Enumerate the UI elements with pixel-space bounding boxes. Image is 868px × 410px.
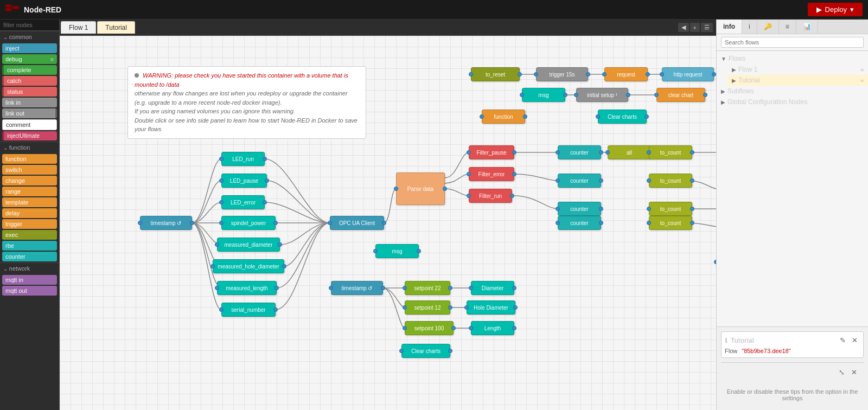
inject-ultimate-node[interactable]: injectUltimate bbox=[2, 131, 57, 140]
node-counter2[interactable]: counter bbox=[558, 174, 601, 188]
node-initial_setup[interactable]: initial setup ¹ bbox=[576, 88, 628, 102]
node-LED_error[interactable]: LED_error bbox=[221, 195, 265, 209]
tab-info[interactable]: info bbox=[717, 20, 742, 34]
rbe-node[interactable]: rbe bbox=[2, 241, 57, 251]
node-Filter_run[interactable]: Filter_run bbox=[469, 189, 512, 203]
switch-node[interactable]: switch bbox=[2, 165, 57, 175]
node-measured_hole_diameter[interactable]: measured_hole_diameter bbox=[213, 259, 284, 273]
port-output bbox=[512, 150, 516, 155]
node-counter3[interactable]: counter bbox=[558, 202, 601, 216]
node-Length[interactable]: Length bbox=[471, 321, 514, 335]
status-node[interactable]: status bbox=[2, 87, 57, 97]
global-config-section[interactable]: ▶ Global Configuration Nodes bbox=[717, 97, 868, 107]
node-setpoint100[interactable]: setpoint 100 bbox=[405, 321, 454, 335]
prev-tab-button[interactable]: ◀ bbox=[678, 23, 689, 32]
port-output bbox=[644, 114, 649, 119]
port-output bbox=[690, 150, 694, 155]
node-clear_charts1[interactable]: Clear charts bbox=[598, 110, 647, 124]
port-input bbox=[467, 172, 471, 176]
menu-tab-button[interactable]: ☰ bbox=[701, 23, 713, 32]
deploy-button[interactable]: ▶ Deploy ▾ bbox=[808, 3, 863, 16]
port-output bbox=[382, 221, 386, 225]
port-input bbox=[328, 221, 332, 225]
close-tips-button[interactable]: ✕ bbox=[849, 367, 859, 377]
subflows-section[interactable]: ▶ Subflows bbox=[717, 86, 868, 97]
search-flows-input[interactable] bbox=[721, 37, 864, 48]
port-input bbox=[647, 178, 651, 183]
range-node[interactable]: range bbox=[2, 187, 57, 196]
node-spindel_power[interactable]: spindel_power bbox=[221, 216, 276, 230]
node-setpoint22[interactable]: setpoint 22 bbox=[405, 281, 450, 295]
exec-node[interactable]: exec bbox=[2, 230, 57, 240]
counter-node[interactable]: counter bbox=[2, 252, 57, 261]
delay-node[interactable]: delay bbox=[2, 208, 57, 218]
flow1-item[interactable]: ▶ Flow 1 ○ bbox=[727, 64, 868, 75]
port-input bbox=[556, 221, 560, 225]
node-to_count3[interactable]: to_count bbox=[649, 202, 692, 216]
node-all1[interactable]: all bbox=[608, 145, 651, 159]
node-clear_chart[interactable]: clear chart bbox=[656, 88, 705, 102]
debug-node[interactable]: debug≡ bbox=[2, 54, 57, 64]
tab-i[interactable]: i bbox=[742, 20, 757, 34]
catch-node[interactable]: catch bbox=[2, 76, 57, 86]
template-node[interactable]: template bbox=[2, 197, 57, 207]
node-Diameter[interactable]: Diameter bbox=[471, 281, 514, 295]
node-to_count2[interactable]: to_count bbox=[649, 174, 692, 188]
tab-chart[interactable]: 📊 bbox=[796, 20, 818, 34]
link-out-node[interactable]: link out bbox=[2, 108, 57, 118]
node-trigger15s[interactable]: trigger 15s bbox=[536, 67, 588, 81]
node-msg1[interactable]: msg bbox=[522, 88, 565, 102]
info-panel-bottom: ℹ Tutorial ✎ ✕ Flow "85b9be73.dee18" ⤡ ✕ bbox=[717, 326, 868, 410]
link-in-node[interactable]: link in bbox=[2, 98, 57, 107]
node-LED_pause[interactable]: LED_pause bbox=[221, 174, 267, 188]
node-msg2[interactable]: msg bbox=[375, 244, 419, 258]
node-Filter_error[interactable]: Filter_error bbox=[469, 167, 514, 181]
node-serial_number[interactable]: serial_number bbox=[221, 303, 276, 317]
change-node[interactable]: change bbox=[2, 176, 57, 185]
inject-node[interactable]: inject bbox=[2, 43, 57, 53]
mqtt-out-node[interactable]: mqtt out bbox=[2, 286, 57, 296]
filter-nodes-input[interactable] bbox=[0, 20, 59, 31]
node-to_count1[interactable]: to_count bbox=[649, 145, 692, 159]
node-timestamp2[interactable]: timestamp ↺ bbox=[331, 281, 383, 295]
node-function1[interactable]: function bbox=[482, 110, 525, 124]
function-node[interactable]: function bbox=[2, 154, 57, 164]
comment-node[interactable]: comment bbox=[2, 119, 57, 130]
node-measured_diameter[interactable]: measured_diameter bbox=[217, 238, 280, 252]
tab-key[interactable]: 🔑 bbox=[757, 20, 779, 34]
flows-section[interactable]: ▼ Flows bbox=[717, 53, 868, 64]
node-to_reset[interactable]: to_reset bbox=[471, 67, 520, 81]
node-clear_charts2[interactable]: Clear charts bbox=[401, 344, 450, 358]
node-counter4[interactable]: counter bbox=[558, 216, 601, 230]
port-output bbox=[282, 264, 286, 268]
tutorial-item[interactable]: ▶ Tutorial ○ bbox=[727, 75, 868, 86]
node-request[interactable]: request bbox=[604, 67, 648, 81]
tab-list[interactable]: ≡ bbox=[779, 20, 796, 34]
resize-tips-button[interactable]: ⤡ bbox=[837, 367, 847, 377]
node-LED_run[interactable]: LED_run bbox=[221, 152, 265, 166]
node-setpoint12[interactable]: setpoint 12 bbox=[405, 300, 450, 315]
port-output bbox=[263, 157, 267, 161]
node-parse_data[interactable]: Parse data bbox=[396, 172, 445, 205]
node-Filter_pause[interactable]: Filter_pause bbox=[469, 145, 514, 159]
tab-tutorial[interactable]: Tutorial bbox=[97, 21, 135, 34]
edit-info-button[interactable]: ✎ bbox=[838, 335, 848, 345]
node-to_count4[interactable]: to_count bbox=[649, 216, 692, 230]
port-input bbox=[210, 264, 215, 268]
complete-node[interactable]: complete bbox=[2, 65, 57, 75]
close-info-button[interactable]: ✕ bbox=[850, 335, 860, 345]
node-http_request[interactable]: http request bbox=[662, 67, 714, 81]
node-timestamp1[interactable]: timestamp ↺ bbox=[140, 216, 192, 230]
mqtt-in-node[interactable]: mqtt in bbox=[2, 275, 57, 285]
tab-flow1[interactable]: Flow 1 bbox=[61, 21, 96, 34]
add-tab-button[interactable]: + bbox=[690, 23, 700, 32]
svg-rect-0 bbox=[5, 4, 11, 8]
node-counter1[interactable]: counter bbox=[558, 145, 601, 159]
port-output bbox=[690, 178, 694, 183]
node-red-logo-icon bbox=[5, 4, 21, 15]
node-Hole_Diameter[interactable]: Hole Diameter bbox=[467, 300, 515, 315]
node-measured_length[interactable]: measured_length bbox=[217, 281, 277, 295]
trigger-node[interactable]: trigger bbox=[2, 219, 57, 229]
node-opc_ua_client[interactable]: OPC UA Client bbox=[330, 216, 384, 230]
flow-canvas[interactable]: WARNING: please check you have started t… bbox=[60, 36, 716, 410]
